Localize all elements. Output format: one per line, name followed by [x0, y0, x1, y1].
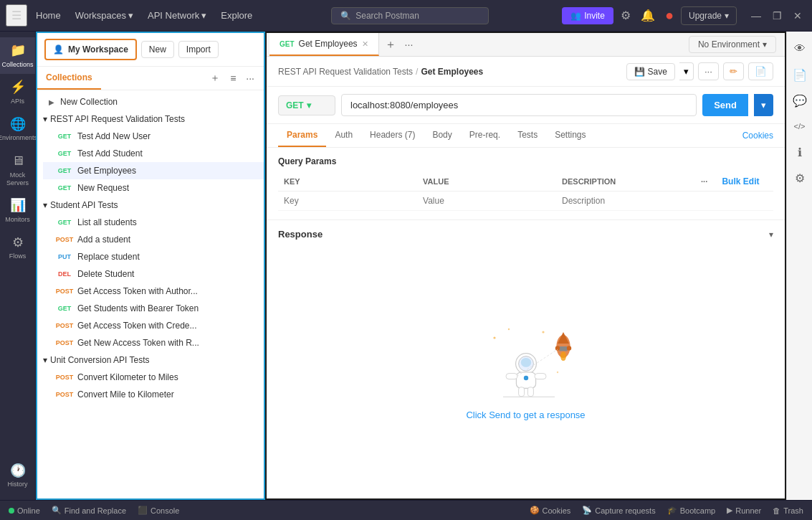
url-input[interactable] — [341, 94, 697, 116]
tree-folder-student-api[interactable]: ▾ Student API Tests — [37, 197, 264, 214]
sidebar-item-collections[interactable]: 📁 Collections — [0, 37, 35, 74]
tree-item-test-add-user[interactable]: GET Test Add New User — [43, 128, 264, 145]
minimize-button[interactable]: — — [747, 9, 765, 23]
tree-item-new-collection[interactable]: ▶ New Collection — [37, 93, 264, 110]
notifications-icon[interactable]: 🔔 — [638, 6, 658, 25]
tree-item-km-to-miles[interactable]: POST Convert Kilometer to Miles — [43, 369, 264, 386]
svg-point-3 — [555, 346, 559, 350]
environment-selector[interactable]: No Environment ▾ — [689, 36, 776, 53]
cookies-status-button[interactable]: 🍪 Cookies — [530, 506, 571, 515]
chevron-down-icon: ▾ — [43, 355, 47, 365]
sidebar-item-flows[interactable]: ⚙ Flows — [0, 230, 35, 266]
add-tab-button[interactable]: ＋ — [379, 34, 402, 55]
sidebar-item-monitors[interactable]: 📊 Monitors — [0, 192, 35, 229]
top-bar: ☰ Home Workspaces API Network Explore 🔍 … — [0, 0, 812, 32]
capture-requests-button[interactable]: 📡 Capture requests — [582, 506, 655, 515]
breadcrumb-parent[interactable]: REST API Request Validation Tests — [278, 67, 413, 77]
response-hint[interactable]: Click Send to get a response — [466, 410, 585, 420]
tree-item-test-add-student[interactable]: GET Test Add Student — [43, 145, 264, 162]
cookies-link[interactable]: Cookies — [742, 125, 773, 146]
bulk-edit-header[interactable]: Bulk Edit — [716, 172, 773, 192]
code-icon-button[interactable]: </> — [788, 115, 811, 138]
workspace-button[interactable]: 👤 My Workspace — [44, 39, 137, 60]
tab-auth[interactable]: Auth — [326, 124, 361, 147]
tab-tests[interactable]: Tests — [509, 124, 546, 147]
tree-item-get-new-access-token[interactable]: POST Get New Access Token with R... — [43, 334, 264, 351]
comment-icon-button[interactable]: 💬 — [788, 89, 811, 112]
req-tab-get-employees[interactable]: GET Get Employees ✕ — [269, 33, 379, 56]
tree-item-get-access-token-author[interactable]: POST Get Access Token with Author... — [43, 283, 264, 300]
tab-collections[interactable]: Collections — [37, 67, 101, 90]
tree-item-replace-student[interactable]: PUT Replace student — [43, 248, 264, 265]
tree-item-get-access-token-crede[interactable]: POST Get Access Token with Crede... — [43, 317, 264, 334]
nav-workspaces[interactable]: Workspaces — [70, 7, 139, 24]
nav-api-network[interactable]: API Network — [142, 7, 212, 24]
nav-explore[interactable]: Explore — [215, 7, 258, 24]
more-options-icon[interactable]: ··· — [701, 177, 707, 186]
save-icon: 💾 — [634, 67, 645, 77]
sidebar-item-apis[interactable]: ⚡ APIs — [0, 74, 35, 110]
trash-button[interactable]: 🗑 Trash — [773, 506, 803, 515]
tree-item-list-students[interactable]: GET List all students — [43, 214, 264, 231]
tree-item-add-student[interactable]: POST Add a student — [43, 231, 264, 248]
add-collection-icon[interactable]: ＋ — [206, 70, 224, 86]
description-input[interactable] — [562, 196, 689, 206]
tree-item-new-request[interactable]: GET New Request — [43, 179, 264, 197]
import-button[interactable]: Import — [178, 41, 219, 58]
tab-headers[interactable]: Headers (7) — [361, 124, 424, 147]
save-button[interactable]: 💾 Save — [626, 63, 675, 80]
sidebar-item-history[interactable]: 🕐 History — [0, 458, 35, 494]
console-button[interactable]: ⬛ Console — [138, 506, 179, 515]
sidebar-item-mock-servers[interactable]: 🖥 Mock Servers — [0, 148, 35, 192]
response-collapse-icon[interactable]: ▾ — [769, 230, 773, 240]
tree-item-get-employees[interactable]: GET Get Employees — [43, 162, 264, 179]
doc-button[interactable]: 📄 — [748, 62, 773, 80]
sidebar-item-environments[interactable]: 🌐 Environments — [0, 111, 35, 148]
avatar-icon[interactable]: ● — [662, 4, 677, 27]
key-input[interactable] — [284, 196, 411, 206]
method-selector[interactable]: GET ▾ — [278, 95, 335, 115]
mock-servers-icon: 🖥 — [11, 153, 24, 169]
new-button[interactable]: New — [141, 41, 174, 58]
tree-item-get-students-bearer[interactable]: GET Get Students with Bearer Token — [43, 300, 264, 317]
close-button[interactable]: ✕ — [789, 9, 806, 23]
search-bar[interactable]: 🔍 Search Postman — [331, 7, 489, 24]
runner-button[interactable]: ▶ Runner — [727, 506, 761, 515]
filter-icon[interactable]: ≡ — [226, 71, 239, 85]
maximize-button[interactable]: ❐ — [768, 9, 786, 23]
bootcamp-button[interactable]: 🎓 Bootcamp — [667, 506, 716, 515]
tab-prereq[interactable]: Pre-req. — [461, 124, 509, 147]
invite-button[interactable]: 👥 Invite — [562, 7, 613, 24]
tab-body[interactable]: Body — [424, 124, 460, 147]
chevron-down-icon: ▾ — [307, 100, 311, 110]
tab-settings[interactable]: Settings — [546, 124, 594, 147]
tree-folder-rest-api[interactable]: ▾ REST API Request Validation Tests — [37, 110, 264, 128]
tab-more-button[interactable]: ··· — [402, 36, 416, 53]
invite-icon: 👥 — [570, 11, 581, 21]
send-button[interactable]: Send — [702, 94, 748, 116]
find-replace-button[interactable]: 🔍 Find and Replace — [52, 506, 126, 515]
edit-button[interactable]: ✏ — [723, 62, 744, 80]
tree-folder-unit-api[interactable]: ▾ Unit Conversion API Tests — [37, 351, 264, 369]
monitors-icon: 📊 — [10, 198, 26, 214]
tab-close-icon[interactable]: ✕ — [362, 39, 368, 49]
tree-item-delete-student[interactable]: DEL Delete Student — [43, 265, 264, 283]
online-status[interactable]: Online — [9, 506, 40, 515]
save-dropdown-button[interactable]: ▾ — [679, 62, 694, 80]
more-options-icon[interactable]: ··· — [242, 71, 258, 85]
upgrade-button[interactable]: Upgrade ▾ — [681, 6, 737, 25]
settings-icon[interactable]: ⚙ — [618, 6, 634, 25]
gear-icon-button[interactable]: ⚙ — [788, 166, 811, 189]
value-input[interactable] — [423, 196, 550, 206]
more-options-button[interactable]: ··· — [698, 62, 719, 80]
tree-item-mile-to-km[interactable]: POST Convert Mile to Kilometer — [43, 386, 264, 403]
tab-params[interactable]: Params — [278, 124, 326, 147]
menu-icon[interactable]: ☰ — [6, 4, 27, 27]
svg-rect-12 — [518, 387, 524, 397]
user-icon: 👤 — [53, 44, 64, 55]
doc-icon-button[interactable]: 📄 — [788, 63, 811, 86]
send-dropdown-button[interactable]: ▾ — [754, 94, 773, 116]
nav-home[interactable]: Home — [30, 7, 67, 24]
info-icon-button[interactable]: ℹ — [788, 141, 811, 164]
eye-icon-button[interactable]: 👁 — [788, 37, 811, 60]
